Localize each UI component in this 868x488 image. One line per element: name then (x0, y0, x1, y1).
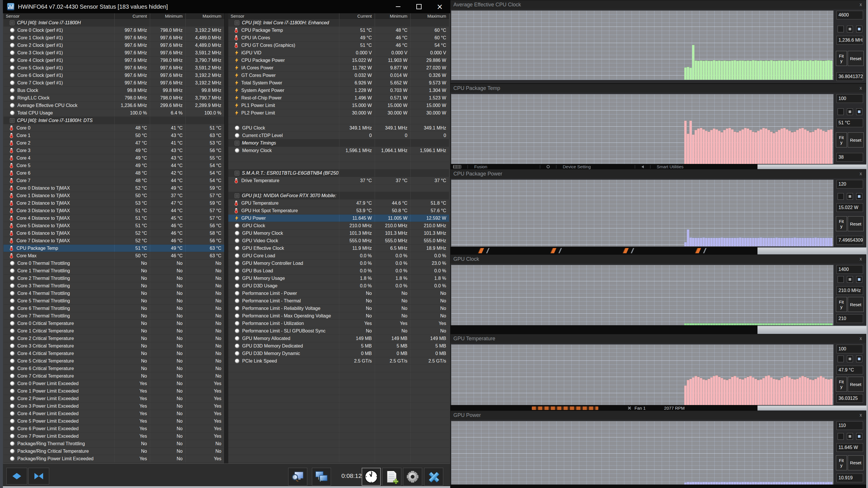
sensor-row[interactable]: Core 1 Clock (perf #1)997.6 MHz997.6 MHz… (3, 34, 224, 42)
sensor-row[interactable]: Core 3 Power Limit ExceededYesNoYes (3, 402, 224, 410)
scale-option-button[interactable] (847, 433, 853, 440)
sensor-row[interactable]: Core 6 Power Limit ExceededYesNoYes (3, 425, 224, 432)
sensor-row[interactable]: Core 048 °C41 °C51 °C (3, 124, 224, 132)
sensor-row[interactable]: CPU IA Cores49 °C46 °C60 °C (228, 34, 449, 42)
tab-smart-utilities[interactable]: Smart Utilities (631, 164, 684, 169)
scale-option-button[interactable] (847, 356, 853, 362)
scale-option-button[interactable] (838, 433, 844, 440)
sensor-row[interactable]: Core 6 Distance to TjMAX52 °C46 °C58 °C (3, 230, 224, 237)
sensor-row[interactable]: GPU Memory Controller Load0.0 %0.0 %23.0… (228, 260, 449, 267)
sensor-section-row[interactable]: CPU [#0]: Intel Core i7-11800H: DTS (3, 117, 224, 124)
fit-y-button[interactable]: Fit y (836, 297, 847, 312)
col-maximum[interactable]: Maximum (410, 13, 449, 19)
sensor-row[interactable]: Core 449 °C43 °C55 °C (3, 154, 224, 162)
sensor-row[interactable]: Core 5 Thermal ThrottlingNoNoNo (3, 297, 224, 305)
sensor-row[interactable]: Rest-of-Chip Power1.496 W0.571 W1.523 W (228, 94, 449, 102)
sensor-row[interactable]: Core 648 °C42 °C54 °C (3, 169, 224, 177)
sensor-row[interactable]: Core 1 Power Limit ExceededYesNoYes (3, 387, 224, 395)
tab-device-setting[interactable]: Device Setting (536, 164, 591, 169)
sensor-row[interactable]: Performance Limit - Reliability VoltageN… (228, 305, 449, 312)
sensor-row[interactable]: GT Cores Power0.032 W0.014 W0.326 W (228, 72, 449, 79)
fit-y-button[interactable]: Fit y (836, 132, 847, 148)
sensor-row[interactable]: Package/Ring Power Limit ExceededYesNoYe… (3, 455, 224, 462)
graph-title-bar[interactable]: GPU Temperaturex (451, 334, 866, 343)
sensor-section-row[interactable]: CPU [#0]: Intel Core i7-11800H: Enhanced (228, 19, 449, 27)
sensor-section-row[interactable]: S.M.A.R.T.: ESR01TBTLG-E6GBTNB4 (BF25071… (228, 169, 449, 177)
sensor-row[interactable]: PL1 Power Limit15.000 W15.000 W15.000 W (228, 102, 449, 109)
sensor-row[interactable]: Bus Clock99.8 MHz99.8 MHz99.8 MHz (3, 87, 224, 94)
sensor-row[interactable]: CPU Package Temp51 °C49 °C63 °C (3, 245, 224, 252)
sensor-row[interactable]: Package/Ring Thermal ThrottlingNoNoNo (3, 440, 224, 448)
sensor-row[interactable]: Core 7 Clock (perf #1)997.6 MHz997.6 MHz… (3, 79, 224, 87)
scale-option-button[interactable] (856, 276, 862, 283)
sensor-row[interactable]: GPU Power11.645 W11.005 W12.592 W (228, 215, 449, 222)
tab-fusion[interactable]: Fusion (453, 164, 487, 169)
close-icon[interactable]: x (860, 336, 862, 341)
col-current[interactable]: Current (339, 13, 375, 19)
scale-option-button[interactable] (847, 26, 853, 32)
sensor-row[interactable]: Core 0 Thermal ThrottlingNoNoNo (3, 260, 224, 267)
report-button[interactable] (382, 468, 401, 486)
col-maximum[interactable]: Maximum (185, 13, 224, 19)
sensor-row[interactable]: Core 2 Critical TemperatureNoNoNo (3, 335, 224, 342)
sensor-row[interactable]: Core 4 Power Limit ExceededYesNoYes (3, 410, 224, 418)
close-icon[interactable]: x (860, 256, 862, 262)
sensor-row[interactable]: Core 4 Distance to TjMAX51 °C45 °C57 °C (3, 215, 224, 222)
sensor-row[interactable]: iGPU VID0.000 V0.000 V0.000 V (228, 49, 449, 57)
sensor-row[interactable]: Core 150 °C43 °C63 °C (3, 132, 224, 139)
sensor-row[interactable]: GPU Clock210.0 MHz210.0 MHz210.0 MHz (228, 222, 449, 230)
scale-option-button[interactable] (838, 108, 844, 115)
sensor-section-row[interactable]: Memory Timings (228, 139, 449, 147)
col-sensor[interactable]: Sensor (3, 13, 114, 19)
sensor-row[interactable]: Core 7 Thermal ThrottlingNoNoNo (3, 312, 224, 320)
sensor-row[interactable]: Package/Ring Critical TemperatureNoNoNo (3, 448, 224, 455)
scale-option-button[interactable] (847, 193, 853, 200)
sensor-row[interactable]: GPU Effective Clock11.9 MHz6.5 MHz18.9 M… (228, 245, 449, 252)
sensor-row[interactable]: Core 0 Critical TemperatureNoNoNo (3, 320, 224, 327)
sensor-row[interactable]: Core 7 Power Limit ExceededYesNoYes (3, 432, 224, 440)
close-icon[interactable]: x (860, 171, 862, 176)
sensor-row[interactable]: Core 5 Clock (perf #1)997.6 MHz997.6 MHz… (3, 64, 224, 72)
sensor-row[interactable]: Core 349 °C43 °C56 °C (3, 147, 224, 154)
sensor-row[interactable]: CPU Package Power15.022 W11.903 W29.886 … (228, 57, 449, 64)
sensor-row[interactable]: Performance Limit - PowerNoNoNo (228, 290, 449, 297)
sensor-row[interactable]: Core 5 Critical TemperatureNoNoNo (3, 357, 224, 365)
sensor-row[interactable]: Core 6 Critical TemperatureNoNoNo (3, 365, 224, 372)
sensor-row[interactable]: Core 0 Distance to TjMAX52 °C49 °C59 °C (3, 185, 224, 192)
sensor-row[interactable]: GPU Video Clock555.0 MHz555.0 MHz555.0 M… (228, 237, 449, 245)
sensor-row[interactable]: Performance Limit - Max Operating Voltag… (228, 312, 449, 320)
fit-y-button[interactable]: Fit y (836, 216, 847, 231)
sensor-row[interactable]: GPU Temperature47.9 °C44.6 °C51.8 °C (228, 199, 449, 207)
logging-clock-button[interactable] (362, 468, 381, 486)
scale-option-button[interactable] (838, 26, 844, 32)
sensor-row[interactable]: Core 1 Thermal ThrottlingNoNoNo (3, 267, 224, 274)
graph-title-bar[interactable]: CPU Package Powerx (451, 169, 866, 178)
sensor-row[interactable]: Core 3 Thermal ThrottlingNoNoNo (3, 282, 224, 290)
reset-button[interactable]: Reset (848, 132, 864, 148)
reset-button[interactable]: Reset (848, 216, 864, 231)
scale-option-button[interactable] (847, 276, 853, 283)
sensor-row[interactable]: Core 5 Distance to TjMAX51 °C46 °C56 °C (3, 222, 224, 230)
sensor-row[interactable]: GPU D3D Usage0.0 %0.0 %0.0 % (228, 282, 449, 290)
sensor-row[interactable]: Core 549 °C44 °C54 °C (3, 162, 224, 169)
sensor-row[interactable]: Performance Limit - SLI GPUBoost SyncNoN… (228, 327, 449, 335)
reset-button[interactable]: Reset (848, 51, 864, 66)
sensor-row[interactable]: GPU Memory Allocated149 MB149 MB149 MB (228, 335, 449, 342)
sensor-row[interactable]: Drive Temperature37 °C37 °C37 °C (228, 177, 449, 185)
scale-option-button[interactable] (838, 276, 844, 283)
sensor-row[interactable]: Core 7 Distance to TjMAX52 °C46 °C56 °C (3, 237, 224, 245)
sensor-section-row[interactable]: GPU [#1]: NVIDIA GeForce RTX 3070 Mobile… (228, 192, 449, 199)
sensor-row[interactable]: Core 6 Thermal ThrottlingNoNoNo (3, 305, 224, 312)
sensor-row[interactable]: Current cTDP Level000 (228, 132, 449, 139)
graph-title-bar[interactable]: Average Effective CPU Clockx (451, 0, 866, 9)
fit-y-button[interactable]: Fit y (836, 455, 847, 470)
sensor-row[interactable]: Core 3 Clock (perf #1)997.6 MHz997.6 MHz… (3, 49, 224, 57)
scale-option-button[interactable] (838, 193, 844, 200)
sensor-row[interactable]: Core 6 Clock (perf #1)997.6 MHz997.6 MHz… (3, 72, 224, 79)
scale-option-button[interactable] (847, 108, 853, 115)
graph-title-bar[interactable]: GPU Powerx (451, 411, 866, 420)
graph-title-bar[interactable]: CPU Package Tempx (451, 84, 866, 93)
sensor-row[interactable]: CPU GT Cores (Graphics)51 °C46 °C54 °C (228, 42, 449, 49)
col-minimum[interactable]: Minimum (375, 13, 410, 19)
sensor-row[interactable]: GPU Hot Spot Temperature53.9 °C50.8 °C57… (228, 207, 449, 215)
